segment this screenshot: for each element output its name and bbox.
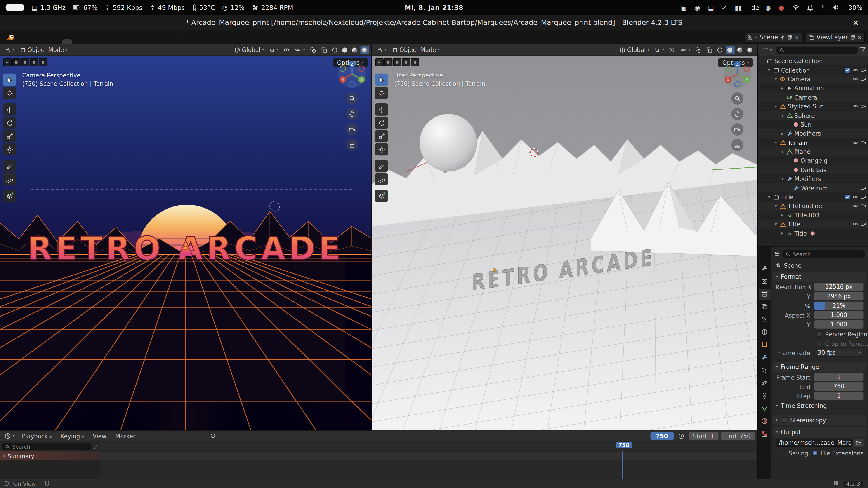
scene-selector[interactable]: ▾ Scene × [744, 32, 802, 42]
cursor-tool-button[interactable] [375, 87, 388, 99]
tray-item[interactable]: 30% [847, 4, 863, 11]
camera-lock-icon[interactable] [346, 139, 358, 151]
camera-icon[interactable] [860, 194, 866, 200]
visibility-dropdown[interactable]: ▾ [678, 46, 692, 53]
outliner-row[interactable]: Dark bas [758, 165, 868, 174]
properties-tab[interactable] [758, 365, 770, 376]
outliner-row[interactable]: Sun [758, 120, 868, 129]
workspace-tab[interactable] [162, 39, 172, 44]
properties-nav-icon[interactable] [774, 250, 780, 258]
move-tool-button[interactable] [3, 103, 16, 116]
mode-selector[interactable]: Object Mode▾ [18, 46, 70, 54]
viewport-toggle-icon[interactable]: ▪ [21, 58, 29, 66]
camera-icon[interactable] [860, 67, 866, 73]
add-workspace-button[interactable]: + [172, 34, 184, 44]
checkbox-icon[interactable] [812, 450, 817, 455]
unlink-scene-icon[interactable]: × [795, 34, 799, 40]
camera-view-canvas[interactable]: RETRO ARCADE ▸ ▪ ▪ ▪ ▪ Options▾ [0, 56, 371, 430]
transform-tool-button[interactable] [3, 143, 16, 156]
topbar-menu-item[interactable] [41, 36, 49, 38]
viewport-menu-item[interactable] [455, 49, 460, 51]
expand-caret-icon[interactable]: ▾ [780, 176, 785, 182]
move-tool-button[interactable] [375, 103, 388, 116]
transport-button[interactable] [225, 435, 230, 436]
pan-hand-icon[interactable] [731, 108, 743, 120]
channel-list[interactable] [0, 460, 100, 479]
editor-type-button[interactable]: ▾ [760, 46, 774, 54]
expand-caret-icon[interactable]: ▸ [780, 213, 785, 218]
overlays-icon[interactable] [308, 46, 318, 53]
navigation-gizmo[interactable]: Z Y X [722, 59, 752, 89]
outliner-row[interactable]: ▸ a Title.003 [758, 210, 868, 220]
blender-logo-icon[interactable] [6, 34, 15, 41]
stereoscopy-section-header[interactable]: ▸Stereoscopy [773, 415, 866, 425]
frame-range-section-header[interactable]: ▾Frame Range [773, 362, 866, 372]
eye-icon[interactable] [852, 203, 859, 209]
workspace-tab[interactable] [112, 39, 122, 44]
workspace-tab[interactable] [142, 39, 152, 44]
expand-caret-icon[interactable]: ▾ [773, 222, 778, 227]
timeline-menu-item[interactable]: Keying ▾ [57, 431, 88, 440]
camera-view-icon[interactable] [346, 123, 358, 135]
outliner-row[interactable]: ▾ Title [758, 193, 868, 201]
playhead-badge[interactable]: 750 [616, 442, 632, 448]
scale-tool-button[interactable] [3, 130, 16, 142]
viewport-toggle-icon[interactable]: ▪ [411, 58, 419, 66]
viewport-camera[interactable]: ▾ Object Mode▾ Global▾ ▾ ▾ [0, 44, 372, 430]
select-tool-button[interactable] [3, 74, 16, 86]
shading-mode-button[interactable] [745, 46, 754, 54]
properties-tab[interactable] [758, 378, 770, 389]
expand-caret-icon[interactable]: ▾ [780, 113, 785, 118]
summary-track[interactable] [100, 451, 757, 460]
current-frame-field[interactable]: 750 [650, 432, 674, 440]
outliner-row[interactable]: Scene Collection [758, 57, 868, 66]
summary-channel[interactable]: ▾Summary [0, 451, 100, 460]
time-stretching-subpanel[interactable]: ▸Time Stretching [776, 401, 863, 410]
cursor-tool-button[interactable] [3, 87, 16, 99]
topbar-menu-item[interactable] [33, 36, 41, 38]
outliner-row[interactable]: ▾ Title [758, 220, 868, 229]
property-field[interactable]: End 750 [776, 382, 864, 391]
workspace-tab[interactable] [152, 39, 162, 44]
frame-end-field[interactable]: End750 [721, 432, 755, 440]
camera-icon[interactable] [860, 185, 866, 191]
viewport-toggle-icon[interactable]: ▸ [3, 58, 12, 66]
transport-button[interactable] [249, 435, 255, 436]
expand-caret-icon[interactable]: ▾ [767, 68, 772, 72]
transform-orientation-selector[interactable]: Global▾ [617, 46, 651, 54]
new-scene-icon[interactable] [787, 35, 793, 40]
pan-hand-icon[interactable] [346, 108, 358, 120]
auto-keying-icon[interactable] [207, 432, 218, 440]
outliner-row[interactable]: ▾ Titel outline [758, 201, 868, 210]
transport-button[interactable] [231, 435, 237, 436]
timeline-ruler[interactable] [100, 442, 757, 451]
keyframe-area[interactable] [100, 460, 757, 479]
workspace-tab[interactable] [62, 39, 72, 44]
zoom-icon[interactable] [346, 92, 358, 105]
eye-icon[interactable] [852, 67, 859, 73]
search-input[interactable]: Search [2, 443, 92, 450]
eye-icon[interactable] [852, 103, 859, 109]
remove-viewlayer-icon[interactable]: × [857, 34, 862, 40]
filter-toggle-icon[interactable]: ⇄ [93, 444, 98, 450]
pin-icon[interactable] [780, 35, 785, 40]
properties-tab[interactable] [758, 391, 770, 402]
properties-tab[interactable] [758, 340, 770, 351]
workspace-tab[interactable] [72, 39, 82, 44]
format-section-header[interactable]: ▾Format [773, 271, 866, 282]
outliner-search-input[interactable] [776, 46, 858, 54]
tray-item[interactable]: ▣ [681, 4, 688, 11]
viewport-user[interactable]: ▾ Object Mode▾ Global▾ ▾ ▾ [372, 44, 757, 430]
use-preview-range-icon[interactable] [676, 432, 686, 440]
mode-selector[interactable]: Object Mode▾ [390, 46, 442, 54]
outliner-row[interactable]: Camera [758, 93, 868, 102]
camera-icon[interactable] [860, 76, 866, 82]
user-view-canvas[interactable]: RETRO ARCADE ▸ ▪ ▪ [372, 56, 757, 430]
camera-icon[interactable] [860, 203, 866, 209]
measure-tool-button[interactable] [3, 173, 16, 186]
tray-item[interactable]: ◉ [694, 4, 702, 11]
properties-tab[interactable] [758, 352, 770, 363]
property-checkbox[interactable]: Render Region [817, 330, 864, 338]
playhead-line[interactable] [622, 451, 623, 479]
scale-tool-button[interactable] [375, 130, 388, 142]
